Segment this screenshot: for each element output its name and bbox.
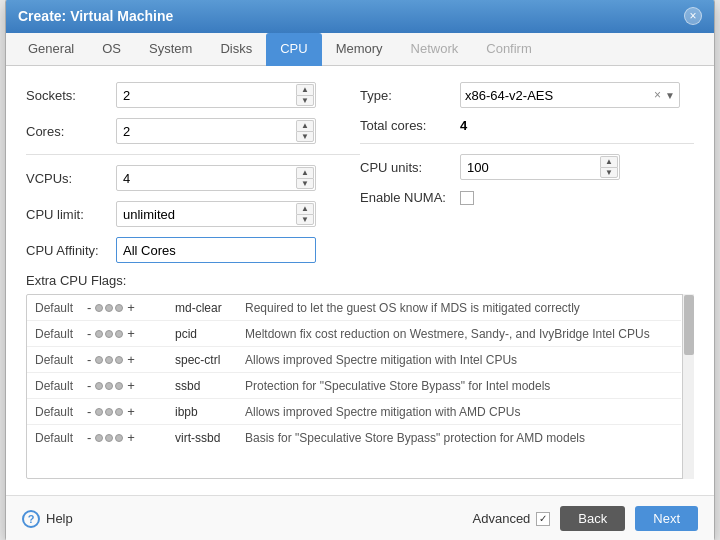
flag-name: ssbd [175,379,245,393]
cpu-units-spinbox: ▲ ▼ [460,154,620,180]
flags-scroll[interactable]: Default - + md-clear Required to let the… [26,294,694,479]
scrollbar-track [682,294,694,479]
vcpus-spinbox: ▲ ▼ [116,165,316,191]
flag-row: Default - + pcid Meltdown fix cost reduc… [27,321,681,347]
toggle-plus-icon[interactable]: + [125,430,137,445]
vcpus-down[interactable]: ▼ [296,178,314,189]
flag-row: Default - + ibpb Allows improved Spectre… [27,399,681,425]
toggle-dots [93,382,125,390]
toggle-dots [93,356,125,364]
flag-row: Default - + spec-ctrl Allows improved Sp… [27,347,681,373]
tab-cpu[interactable]: CPU [266,33,321,66]
dot-1 [95,382,103,390]
flag-description: Protection for "Speculative Store Bypass… [245,379,673,393]
cpu-units-down[interactable]: ▼ [600,167,618,178]
advanced-area: Advanced [473,511,551,526]
flag-name: pcid [175,327,245,341]
toggle-minus-icon[interactable]: - [85,378,93,393]
toggle-plus-icon[interactable]: + [125,378,137,393]
sockets-down[interactable]: ▼ [296,95,314,106]
help-icon: ? [22,510,40,528]
flag-description: Basis for "Speculative Store Bypass" pro… [245,431,673,445]
toggle-minus-icon[interactable]: - [85,352,93,367]
tab-memory[interactable]: Memory [322,33,397,66]
flag-row: Default - + md-clear Required to let the… [27,295,681,321]
toggle-dots [93,330,125,338]
flag-name: ibpb [175,405,245,419]
toggle-minus-icon[interactable]: - [85,430,93,445]
sockets-input[interactable] [116,82,316,108]
cores-arrows: ▲ ▼ [296,120,314,142]
toggle-dots [93,304,125,312]
dot-3 [115,356,123,364]
form-grid: Sockets: ▲ ▼ Cores: [26,82,694,273]
toggle-minus-icon[interactable]: - [85,300,93,315]
help-button[interactable]: ? Help [22,510,73,528]
flag-row: Default - + ssbd Protection for "Specula… [27,373,681,399]
cores-up[interactable]: ▲ [296,120,314,131]
next-button[interactable]: Next [635,506,698,531]
tab-general[interactable]: General [14,33,88,66]
extra-flags-label: Extra CPU Flags: [26,273,694,288]
help-label: Help [46,511,73,526]
cores-spinbox: ▲ ▼ [116,118,316,144]
scrollbar-thumb [684,295,694,355]
vcpus-up[interactable]: ▲ [296,167,314,178]
toggle-plus-icon[interactable]: + [125,326,137,341]
flag-toggle[interactable]: - + [85,326,175,341]
footer-right: Advanced Back Next [473,506,698,531]
enable-numa-row: Enable NUMA: [360,190,694,205]
toggle-minus-icon[interactable]: - [85,326,93,341]
total-cores-value: 4 [460,118,467,133]
create-vm-dialog: Create: Virtual Machine × General OS Sys… [5,0,715,540]
flag-toggle[interactable]: - + [85,300,175,315]
flags-wrapper: Default - + md-clear Required to let the… [26,294,694,479]
cpu-units-up[interactable]: ▲ [600,156,618,167]
cpu-affinity-input[interactable] [116,237,316,263]
dialog-header: Create: Virtual Machine × [6,0,714,33]
tab-network: Network [397,33,473,66]
enable-numa-label: Enable NUMA: [360,190,460,205]
cpu-units-row: CPU units: ▲ ▼ [360,154,694,180]
cpu-limit-down[interactable]: ▼ [296,214,314,225]
flag-toggle[interactable]: - + [85,404,175,419]
close-button[interactable]: × [684,7,702,25]
cores-down[interactable]: ▼ [296,131,314,142]
type-dropdown-icon[interactable]: ▼ [665,90,675,101]
toggle-plus-icon[interactable]: + [125,404,137,419]
tab-confirm: Confirm [472,33,546,66]
flag-name: virt-ssbd [175,431,245,445]
toggle-minus-icon[interactable]: - [85,404,93,419]
vcpus-input[interactable] [116,165,316,191]
advanced-checkbox[interactable] [536,512,550,526]
advanced-label: Advanced [473,511,531,526]
enable-numa-checkbox[interactable] [460,191,474,205]
cpu-limit-up[interactable]: ▲ [296,203,314,214]
cores-input[interactable] [116,118,316,144]
cpu-limit-input[interactable] [116,201,316,227]
dot-1 [95,434,103,442]
dot-3 [115,330,123,338]
flag-toggle[interactable]: - + [85,430,175,445]
cpu-limit-control: ▲ ▼ [116,201,360,227]
tab-disks[interactable]: Disks [206,33,266,66]
dialog-footer: ? Help Advanced Back Next [6,495,714,540]
cpu-units-input[interactable] [460,154,620,180]
flag-toggle[interactable]: - + [85,352,175,367]
back-button[interactable]: Back [560,506,625,531]
cpu-limit-spinbox: ▲ ▼ [116,201,316,227]
type-clear-icon[interactable]: × [650,88,665,102]
flag-description: Required to let the guest OS know if MDS… [245,301,673,315]
toggle-plus-icon[interactable]: + [125,300,137,315]
cpu-limit-row: CPU limit: ▲ ▼ [26,201,360,227]
sockets-up[interactable]: ▲ [296,84,314,95]
flag-toggle[interactable]: - + [85,378,175,393]
cores-control: ▲ ▼ [116,118,360,144]
tab-system[interactable]: System [135,33,206,66]
tab-os[interactable]: OS [88,33,135,66]
dot-1 [95,304,103,312]
toggle-plus-icon[interactable]: + [125,352,137,367]
flag-row: Default - + virt-ssbd Basis for "Specula… [27,425,681,450]
cpu-limit-arrows: ▲ ▼ [296,203,314,225]
type-select[interactable]: x86-64-v2-AES × ▼ [460,82,680,108]
